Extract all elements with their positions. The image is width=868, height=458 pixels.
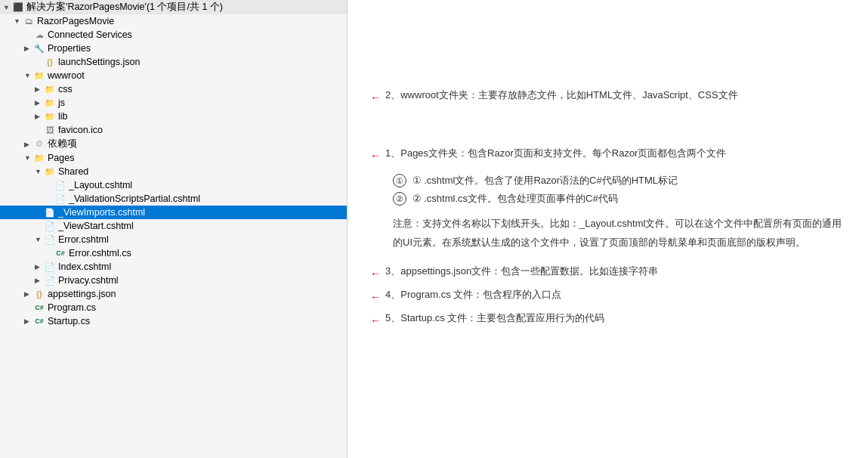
wwwroot-icon: 📁 [33,70,45,82]
appsettings-annotation: ← 3、appsettings.json文件：包含一些配置数据。比如连接字符串 [370,263,845,283]
viewstart-icon: 📄 [44,220,56,232]
launch-settings-label: launchSettings.json [58,57,140,67]
shared-label: Shared [58,166,88,177]
js-icon: 📁 [44,97,56,109]
tree-item-error[interactable]: ▼📄Error.cshtml [0,233,347,246]
tree-item-appsettings[interactable]: ▶{}appsettings.json [0,287,347,301]
wwwroot-arrow: ← [370,88,381,107]
cshtml-desc-row: ① ① .cshtml文件。包含了使用Razor语法的C#代码的HTML标记 [393,172,845,189]
dependencies-label: 依赖项 [48,138,77,150]
startup-icon: C# [33,315,45,327]
program-icon: C# [33,302,45,314]
appsettings-arrow: ▶ [24,290,33,298]
index-arrow: ▶ [35,263,44,271]
layout-label: _Layout.cshtml [69,180,132,190]
error-label: Error.cshtml [58,234,109,245]
js-label: js [58,97,65,108]
properties-arrow: ▶ [24,45,33,52]
tree-item-launch-settings[interactable]: {}launchSettings.json [0,55,347,69]
appsettings-label: appsettings.json [48,289,116,299]
wwwroot-arrow: ▼ [24,72,33,79]
js-arrow: ▶ [35,99,44,107]
tree-item-shared[interactable]: ▼📁Shared [0,165,347,178]
solution-explorer: ▼ ⬛ 解决方案'RazorPagesMovie'(1 个项目/共 1 个) ▼… [0,0,348,458]
startup-label: Startup.cs [48,316,90,326]
tree-item-dependencies[interactable]: ▶⚙依赖项 [0,137,347,151]
index-icon: 📄 [44,261,56,273]
dependencies-arrow: ▶ [24,141,33,148]
pages-text: 1、Pages文件夹：包含Razor页面和支持文件。每个Razor页面都包含两个… [385,145,726,162]
properties-label: Properties [48,43,91,54]
tree-item-pages[interactable]: ▼📁Pages [0,151,347,165]
appsettings-icon: {} [33,288,45,300]
validation-icon: 📄 [54,193,66,205]
program-annotation: ← 4、Program.cs 文件：包含程序的入口点 [370,286,845,307]
launch-settings-icon: {} [44,56,56,68]
tree-item-js[interactable]: ▶📁js [0,96,347,110]
cshtml-desc-text: ① .cshtml文件。包含了使用Razor语法的C#代码的HTML标记 [412,175,678,186]
solution-label: 解决方案'RazorPagesMovie'(1 个项目/共 1 个) [26,1,223,14]
favicon-icon: 🖼 [44,124,56,136]
pages-arrow: ▼ [24,154,33,162]
viewstart-label: _ViewStart.cshtml [58,221,134,231]
tree-item-privacy[interactable]: ▶📄Privacy.cshtml [0,274,347,287]
css-icon: 📁 [44,83,56,95]
appsettings-arrow: ← [370,265,381,283]
program-arrow: ← [370,288,381,307]
viewimports-label: _ViewImports.cshtml [58,207,145,218]
shared-icon: 📁 [44,166,56,178]
tree-item-layout[interactable]: 📄_Layout.cshtml [0,178,347,192]
pages-label: Pages [48,153,74,163]
error-icon: 📄 [44,234,56,246]
circle-2: ② [393,192,406,206]
error-cs-label: Error.cshtml.cs [69,248,131,258]
sub-items: ① ① .cshtml文件。包含了使用Razor语法的C#代码的HTML标记 ②… [370,172,845,207]
program-text: 4、Program.cs 文件：包含程序的入口点 [385,286,561,303]
lib-label: lib [58,111,68,122]
razor-pages-movie-label: RazorPagesMovie [37,16,114,26]
tree-item-wwwroot[interactable]: ▼📁wwwroot [0,69,347,82]
connected-services-label: Connected Services [48,29,132,40]
startup-arrow: ← [370,311,381,330]
cshtml-cs-desc-text: ② .cshtml.cs文件。包含处理页面事件的C#代码 [412,193,618,204]
note-text: 注意：支持文件名称以下划线开头。比如：_Layout.cshtml文件。可以在这… [393,218,842,248]
lib-icon: 📁 [44,110,56,122]
privacy-label: Privacy.cshtml [58,275,119,286]
startup-arrow: ▶ [24,317,33,325]
wwwroot-text: 2、wwwroot文件夹：主要存放静态文件，比如HTML文件、JavaScrip… [385,87,738,104]
startup-annotation: ← 5、Startup.cs 文件：主要包含配置应用行为的代码 [370,310,845,330]
tree-item-viewimports[interactable]: 📄_ViewImports.cshtml [0,206,347,219]
wwwroot-annotation: ← 2、wwwroot文件夹：主要存放静态文件，比如HTML文件、JavaScr… [370,87,845,107]
favicon-label: favicon.ico [58,125,103,135]
tree-item-lib[interactable]: ▶📁lib [0,110,347,123]
tree-item-favicon[interactable]: 🖼favicon.ico [0,123,347,137]
css-label: css [58,84,73,94]
program-label: Program.cs [48,302,96,313]
solution-title-row[interactable]: ▼ ⬛ 解决方案'RazorPagesMovie'(1 个项目/共 1 个) [0,0,347,14]
shared-arrow: ▼ [35,168,44,175]
tree-item-program[interactable]: C#Program.cs [0,301,347,314]
pages-arrow: ← [370,147,381,166]
tree-item-error-cs[interactable]: C#Error.cshtml.cs [0,246,347,260]
tree-item-connected-services[interactable]: ☁Connected Services [0,28,347,42]
startup-text: 5、Startup.cs 文件：主要包含配置应用行为的代码 [385,310,604,326]
tree-item-index[interactable]: ▶📄Index.cshtml [0,260,347,274]
properties-icon: 🔧 [33,42,45,54]
tree-item-css[interactable]: ▶📁css [0,82,347,96]
cshtml-cs-desc-row: ② ② .cshtml.cs文件。包含处理页面事件的C#代码 [393,190,845,207]
error-cs-icon: C# [54,247,66,259]
error-arrow: ▼ [35,236,44,243]
css-arrow: ▶ [35,85,44,93]
tree-item-validation[interactable]: 📄_ValidationScriptsPartial.cshtml [0,192,347,206]
pages-annotation: ← 1、Pages文件夹：包含Razor页面和支持文件。每个Razor页面都包含… [370,145,845,166]
wwwroot-label: wwwroot [48,70,85,81]
file-tree: ▼🗂RazorPagesMovie☁Connected Services▶🔧Pr… [0,14,347,328]
tree-item-startup[interactable]: ▶C#Startup.cs [0,314,347,328]
tree-item-properties[interactable]: ▶🔧Properties [0,42,347,55]
pages-icon: 📁 [33,152,45,164]
tree-item-razor-pages-movie[interactable]: ▼🗂RazorPagesMovie [0,14,347,28]
tree-item-viewstart[interactable]: 📄_ViewStart.cshtml [0,219,347,233]
dependencies-icon: ⚙ [33,138,45,150]
appsettings-text: 3、appsettings.json文件：包含一些配置数据。比如连接字符串 [385,263,658,280]
razor-pages-movie-arrow: ▼ [14,17,23,25]
